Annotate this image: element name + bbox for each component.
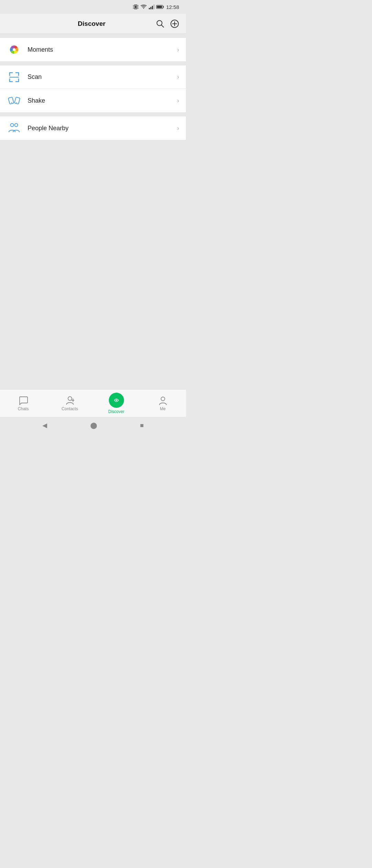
- people-nearby-icon: [7, 121, 21, 135]
- nav-me[interactable]: Me: [140, 395, 186, 411]
- svg-point-25: [16, 102, 17, 103]
- battery-icon: [156, 5, 164, 9]
- shake-chevron: ›: [177, 97, 179, 104]
- scan-icon: [7, 70, 21, 84]
- svg-rect-22: [8, 97, 14, 104]
- svg-point-33: [161, 397, 165, 401]
- scan-chevron: ›: [177, 73, 179, 81]
- nav-contacts[interactable]: Contacts: [46, 395, 93, 411]
- svg-rect-13: [163, 6, 164, 8]
- svg-point-28: [68, 396, 72, 400]
- divider-2: [0, 112, 186, 116]
- people-nearby-section: People Nearby ›: [0, 116, 186, 140]
- main-content: [0, 140, 186, 389]
- status-icons: 12:58: [133, 4, 179, 10]
- svg-rect-11: [154, 4, 155, 9]
- system-nav: ◀ ⬤ ■: [0, 417, 186, 434]
- moments-section: Moments ›: [0, 38, 186, 61]
- chats-nav-label: Chats: [18, 406, 29, 411]
- discover-nav-icon: [109, 393, 124, 408]
- add-icon[interactable]: [170, 19, 179, 28]
- status-bar: 12:58: [0, 0, 186, 14]
- home-button[interactable]: ⬤: [90, 422, 97, 429]
- svg-rect-10: [152, 6, 153, 9]
- vibrate-icon: [133, 4, 138, 10]
- shake-icon: [7, 93, 21, 108]
- svg-rect-1: [135, 6, 136, 8]
- svg-point-20: [13, 48, 16, 51]
- moments-item[interactable]: Moments ›: [0, 38, 186, 61]
- svg-point-26: [11, 124, 14, 127]
- svg-point-27: [15, 124, 18, 127]
- recent-button[interactable]: ■: [140, 422, 144, 429]
- svg-rect-24: [14, 97, 20, 104]
- bottom-nav: Chats Contacts Discover: [0, 389, 186, 417]
- svg-line-16: [162, 25, 164, 27]
- shake-icon-svg: [8, 95, 20, 106]
- moments-chevron: ›: [177, 46, 179, 53]
- me-nav-label: Me: [160, 406, 166, 411]
- shake-label: Shake: [28, 97, 177, 104]
- moments-icon-svg: [8, 43, 20, 56]
- signal-icon: [149, 4, 154, 9]
- svg-rect-14: [157, 6, 162, 8]
- svg-rect-8: [149, 8, 150, 9]
- people-nearby-label: People Nearby: [28, 125, 177, 132]
- scan-item[interactable]: Scan ›: [0, 65, 186, 89]
- status-time: 12:58: [166, 4, 179, 10]
- discover-nav-label: Discover: [108, 409, 124, 414]
- scan-shake-section: Scan › Shake ›: [0, 65, 186, 112]
- nav-chats[interactable]: Chats: [0, 395, 46, 411]
- svg-rect-9: [151, 7, 152, 9]
- header-actions: [156, 19, 179, 28]
- divider-1: [0, 61, 186, 65]
- page-title: Discover: [78, 20, 105, 28]
- nav-discover[interactable]: Discover: [93, 393, 140, 414]
- gap-1: [0, 34, 186, 38]
- search-icon[interactable]: [156, 19, 165, 28]
- moments-label: Moments: [28, 46, 177, 53]
- svg-point-23: [11, 102, 12, 103]
- people-nearby-chevron: ›: [177, 125, 179, 132]
- scan-icon-svg: [8, 71, 20, 83]
- back-button[interactable]: ◀: [42, 422, 47, 429]
- chats-nav-icon: [19, 395, 28, 405]
- app-header: Discover: [0, 14, 186, 34]
- scan-label: Scan: [28, 73, 177, 81]
- moments-icon: [7, 42, 21, 57]
- people-nearby-item[interactable]: People Nearby ›: [0, 116, 186, 140]
- shake-item[interactable]: Shake ›: [0, 89, 186, 112]
- me-nav-icon: [158, 395, 168, 405]
- contacts-nav-icon: [65, 395, 75, 405]
- people-nearby-icon-svg: [8, 122, 21, 134]
- wifi-icon: [141, 4, 147, 9]
- svg-point-32: [116, 400, 117, 401]
- contacts-nav-label: Contacts: [62, 406, 78, 411]
